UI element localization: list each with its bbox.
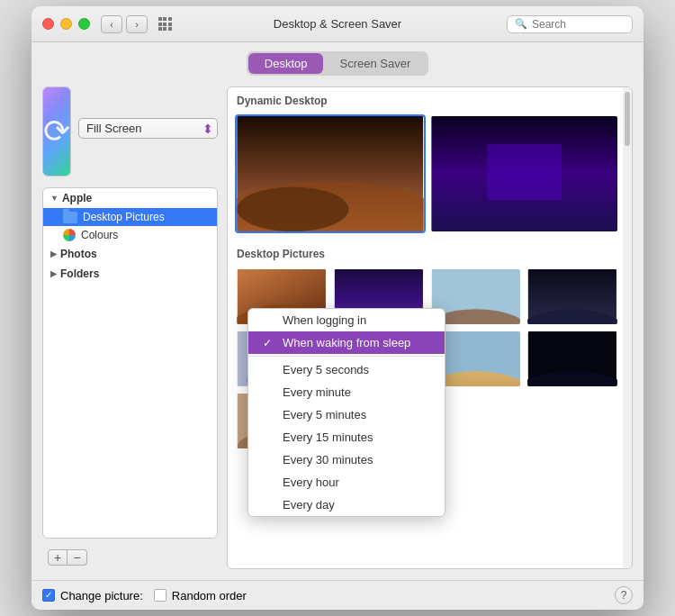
close-button[interactable] <box>42 18 54 30</box>
left-panel: ⟳ Fill Screen ⬍ ▼ Apple <box>42 86 218 569</box>
check-icon-4 <box>263 386 275 399</box>
sidebar-section-folders[interactable]: ▶ Folders <box>43 264 217 284</box>
help-button[interactable]: ? <box>615 586 633 604</box>
sidebar-section-apple[interactable]: ▼ Apple <box>43 188 217 208</box>
dropdown-item-1hr[interactable]: Every hour <box>248 471 445 494</box>
minimize-button[interactable] <box>60 18 72 30</box>
dynamic-desktop-grid <box>228 111 632 240</box>
random-order-label: Random order <box>172 589 247 602</box>
add-button[interactable]: + <box>48 549 68 566</box>
dynamic-thumb-2[interactable] <box>429 114 620 233</box>
tab-bar: Desktop Screen Saver <box>32 42 644 76</box>
dropdown-label-7: Every 30 minutes <box>283 453 373 467</box>
dropdown-label-4: Every minute <box>283 385 351 399</box>
dropdown-item-1min[interactable]: Every minute <box>248 381 445 403</box>
tab-screen-saver[interactable]: Screen Saver <box>323 53 427 74</box>
sidebar-section-apple-label: Apple <box>62 192 92 204</box>
sidebar-section-photos-label: Photos <box>60 248 97 260</box>
dropdown-label-5: Every 5 minutes <box>283 408 366 421</box>
change-picture-checkbox[interactable] <box>42 589 55 602</box>
dropdown-menu: When logging in ✓ When waking from sleep… <box>248 308 446 517</box>
check-icon-2: ✓ <box>263 337 275 349</box>
dropdown-item-30min[interactable]: Every 30 minutes <box>248 448 445 471</box>
sidebar-item-desktop-pictures-label: Desktop Pictures <box>83 211 165 223</box>
dropdown-item-1day[interactable]: Every day <box>248 494 445 516</box>
grid-button[interactable] <box>155 15 175 33</box>
check-icon-3 <box>263 364 275 376</box>
back-button[interactable]: ‹ <box>101 15 122 33</box>
random-order-row: Random order <box>154 589 247 602</box>
dropdown-item-waking[interactable]: ✓ When waking from sleep <box>248 331 445 354</box>
search-box[interactable]: 🔍 <box>507 15 633 33</box>
dropdown-label-3: Every 5 seconds <box>283 363 369 376</box>
svg-point-2 <box>237 187 348 232</box>
scrollbar-track[interactable] <box>623 87 632 568</box>
sidebar-item-colours[interactable]: Colours <box>43 226 217 244</box>
check-icon-8 <box>263 476 275 489</box>
tab-desktop[interactable]: Desktop <box>248 53 324 74</box>
sidebar-item-colours-label: Colours <box>81 229 118 241</box>
dropdown-label-1: When logging in <box>283 313 366 327</box>
preview-box: ⟳ <box>42 86 71 177</box>
remove-button[interactable]: − <box>68 549 87 566</box>
titlebar: ‹ › Desktop & Screen Saver 🔍 <box>32 6 644 42</box>
cycle-icon: ⟳ <box>43 113 70 150</box>
check-icon-5 <box>263 409 275 421</box>
grid-icon <box>158 17 172 31</box>
dropdown-item-5sec[interactable]: Every 5 seconds <box>248 358 445 381</box>
dynamic-thumb-1[interactable] <box>235 114 426 233</box>
check-icon-7 <box>263 454 275 467</box>
dropdown-divider <box>248 356 445 357</box>
section-desktop-pictures: Desktop Pictures <box>228 240 632 264</box>
dropdown-label-9: Every day <box>283 498 335 512</box>
change-picture-row: Change picture: <box>42 589 143 602</box>
scrollbar-thumb[interactable] <box>625 92 630 146</box>
disclosure-triangle-folders: ▶ <box>50 269 57 278</box>
sidebar-section-photos[interactable]: ▶ Photos <box>43 244 217 264</box>
disclosure-triangle-photos: ▶ <box>50 249 57 258</box>
desktop-thumb-4[interactable] <box>526 267 619 326</box>
dropdown-item-5min[interactable]: Every 5 minutes <box>248 403 445 426</box>
sidebar-item-desktop-pictures[interactable]: Desktop Pictures <box>43 208 217 226</box>
dropdown-label-2: When waking from sleep <box>283 336 410 349</box>
search-input[interactable] <box>532 18 625 31</box>
fill-screen-select[interactable]: Fill Screen <box>78 118 218 139</box>
disclosure-triangle-apple: ▼ <box>50 194 58 203</box>
preview-image: ⟳ <box>43 87 70 176</box>
circle-icon <box>63 229 76 241</box>
source-list: ▼ Apple Desktop Pictures Colours ▶ Photo… <box>42 187 218 539</box>
search-icon: 🔍 <box>515 18 527 30</box>
check-icon-6 <box>263 431 275 444</box>
tab-group: Desktop Screen Saver <box>247 51 428 76</box>
forward-button[interactable]: › <box>126 15 148 33</box>
main-window: ‹ › Desktop & Screen Saver 🔍 Desktop Scr… <box>32 6 644 610</box>
sidebar-section-folders-label: Folders <box>60 267 99 280</box>
check-icon-9 <box>263 499 275 512</box>
check-icon-1 <box>263 314 275 327</box>
traffic-lights <box>42 18 90 30</box>
dropdown-item-15min[interactable]: Every 15 minutes <box>248 426 445 448</box>
bottom-bar: Change picture: Random order ? <box>32 580 644 610</box>
fill-screen-selector[interactable]: Fill Screen ⬍ <box>78 118 218 139</box>
nav-buttons: ‹ › <box>101 15 148 33</box>
maximize-button[interactable] <box>78 18 90 30</box>
plus-minus-bar: + − <box>42 546 218 569</box>
section-dynamic-desktop: Dynamic Desktop <box>228 87 632 111</box>
svg-rect-4 <box>487 144 562 200</box>
desktop-thumb-8[interactable] <box>526 330 619 388</box>
folder-icon <box>63 212 77 223</box>
dropdown-label-8: Every hour <box>283 476 339 489</box>
dropdown-label-6: Every 15 minutes <box>283 430 373 444</box>
window-title: Desktop & Screen Saver <box>274 17 401 31</box>
dropdown-item-logging-in[interactable]: When logging in <box>248 309 445 331</box>
change-picture-label: Change picture: <box>60 589 143 602</box>
random-order-checkbox[interactable] <box>154 589 166 602</box>
